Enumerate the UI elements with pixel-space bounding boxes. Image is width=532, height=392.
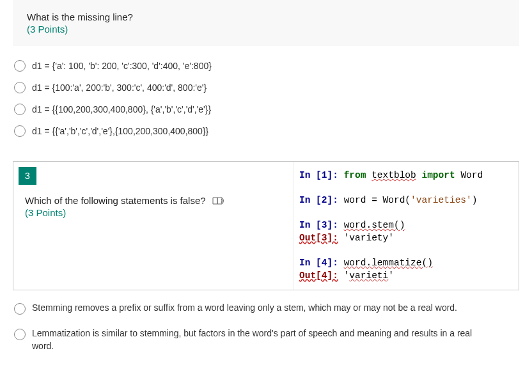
- code-in1-label: In [1]:: [299, 170, 338, 180]
- q1-option-0-text: d1 = {'a': 100, 'b': 200, 'c':300, 'd':4…: [32, 61, 212, 71]
- q1-option-1-text: d1 = {100:'a', 200:'b', 300:'c', 400:'d'…: [32, 82, 207, 93]
- q1-option-0[interactable]: d1 = {'a': 100, 'b': 200, 'c':300, 'd':4…: [14, 55, 518, 77]
- code-out4-label: Out[4]:: [299, 270, 338, 281]
- q2-option-1-text: Lemmatization is similar to stemming, bu…: [32, 327, 492, 352]
- question1-points: (3 Points): [27, 24, 505, 35]
- question1-text: What is the missing line?: [27, 12, 505, 22]
- immersive-reader-icon[interactable]: [212, 196, 224, 207]
- q1-option-2-text: d1 = {{100,200,300,400,800}, {'a','b','c…: [32, 104, 211, 114]
- q2-option-0-text: Stemming removes a prefix or suffix from…: [32, 302, 457, 315]
- radio-icon[interactable]: [14, 82, 26, 93]
- radio-icon[interactable]: [14, 125, 26, 137]
- code-in2-label: In [2]:: [299, 195, 338, 205]
- question2-points: (3 Points): [25, 207, 287, 218]
- code-in2-rparen: ): [472, 195, 478, 205]
- question1-card: What is the missing line? (3 Points): [13, 0, 519, 46]
- question2-block: 3 Which of the following statements is f…: [13, 161, 519, 290]
- radio-icon[interactable]: [14, 329, 26, 340]
- code-out3-label: Out[3]:: [299, 233, 338, 243]
- q1-option-2[interactable]: d1 = {{100,200,300,400,800}, {'a','b','c…: [14, 98, 518, 120]
- question2-number: 3: [19, 167, 36, 185]
- code-in2-str: 'varieties': [411, 195, 472, 205]
- question2-code: In [1]: from textblob import Word In [2]…: [293, 162, 519, 290]
- radio-icon[interactable]: [14, 303, 26, 315]
- code-name: Word: [460, 170, 483, 180]
- question1-options: d1 = {'a': 100, 'b': 200, 'c':300, 'd':4…: [0, 51, 532, 155]
- q2-option-1[interactable]: Lemmatization is similar to stemming, bu…: [14, 321, 518, 359]
- code-in3-expr: word.stem(): [344, 220, 405, 230]
- code-kw-import: import: [421, 170, 455, 180]
- q1-option-3[interactable]: d1 = {{'a','b','c','d','e'},{100,200,300…: [14, 120, 518, 142]
- radio-icon[interactable]: [14, 104, 26, 115]
- question2-text-wrap: Which of the following statements is fal…: [13, 195, 293, 228]
- question2-options: Stemming removes a prefix or suffix from…: [0, 290, 532, 359]
- code-out4-val: varieti: [349, 270, 388, 281]
- code-kw-from: from: [344, 170, 366, 180]
- code-in3-label: In [3]:: [299, 220, 338, 230]
- q1-option-3-text: d1 = {{'a','b','c','d','e'},{100,200,300…: [32, 126, 208, 136]
- question2-text: Which of the following statements is fal…: [25, 195, 206, 206]
- question2-left: 3 Which of the following statements is f…: [13, 162, 293, 290]
- code-in2-lhs: word = Word(: [344, 195, 411, 205]
- q1-option-1[interactable]: d1 = {100:'a', 200:'b', 300:'c', 400:'d'…: [14, 77, 518, 98]
- code-in4-label: In [4]:: [299, 258, 338, 268]
- code-in4-expr: word.lemmatize(): [344, 258, 433, 268]
- code-mod: textblob: [372, 170, 416, 180]
- code-out3-val: 'variety': [344, 233, 394, 243]
- radio-icon[interactable]: [14, 60, 26, 72]
- q2-option-0[interactable]: Stemming removes a prefix or suffix from…: [14, 295, 518, 321]
